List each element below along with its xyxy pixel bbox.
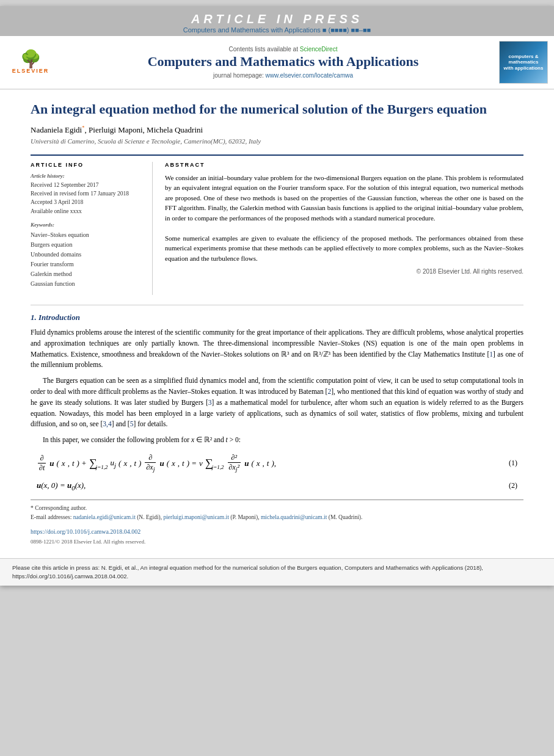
journal-header: 🌳 ELSEVIER Contents lists available at S… — [0, 36, 554, 90]
bottom-notice: Please cite this article in press as: N.… — [0, 558, 554, 586]
homepage-label: journal homepage: — [213, 72, 264, 79]
ref-3-link[interactable]: 3 — [208, 399, 212, 406]
email2-link[interactable]: pierluigi.maponi@unicam.it — [163, 514, 228, 520]
abstract-text-p2: Some numerical examples are given to eva… — [165, 234, 523, 262]
abstract-label: ABSTRACT — [165, 162, 523, 168]
eq1-frac2: ∂ ∂xj — [145, 453, 156, 473]
corresponding-label: * Corresponding author. — [31, 505, 87, 511]
elsevier-brand: ELSEVIER — [12, 68, 49, 74]
keyword-2: Burgers equation — [31, 240, 144, 250]
keyword-3: Unbounded domains — [31, 250, 144, 260]
ref-34-link[interactable]: 3,4 — [103, 420, 111, 427]
online-date: Available online xxxx — [31, 207, 144, 216]
introduction-heading: 1. Introduction — [31, 313, 523, 322]
ref-1-link[interactable]: 1 — [489, 351, 493, 358]
email3-link[interactable]: michela.quadrini@unicam.it — [261, 514, 327, 520]
homepage-url[interactable]: www.elsevier.com/locate/camwa — [266, 72, 353, 79]
article-history: Article history: Received 12 September 2… — [31, 173, 144, 216]
eq1-frac1: ∂ ∂t — [38, 454, 46, 473]
keywords-group: Keywords: Navier–Stokes equation Burgers… — [31, 222, 144, 289]
elsevier-logo: 🌳 ELSEVIER — [6, 44, 67, 81]
article-title: An integral equation method for the nume… — [31, 101, 523, 118]
abstract-text-p1: We consider an initial–boundary value pr… — [165, 173, 523, 264]
article-info-abstract: ARTICLE INFO Article history: Received 1… — [31, 154, 523, 295]
eq1-frac3: ∂² ∂xj² — [228, 453, 241, 473]
ref-5-link[interactable]: 5 — [130, 420, 134, 427]
eq1-content: ∂ ∂t u(x, t) + ∑ j=1,2 uj(x, t) ∂ ∂xj u(… — [37, 453, 493, 473]
email-label: E-mail addresses: — [31, 514, 71, 520]
section-divider — [31, 305, 523, 305]
sciencedirect-link[interactable]: ScienceDirect — [300, 46, 338, 53]
email2-name: (P. Maponi), — [230, 514, 259, 520]
keywords-label: Keywords: — [31, 222, 144, 228]
keyword-4: Fourier transform — [31, 260, 144, 269]
keyword-5: Galerkin method — [31, 269, 144, 279]
authors: Nadaniela Egidi*, Pierluigi Maponi, Mich… — [31, 125, 523, 135]
history-label: Article history: — [31, 173, 144, 179]
footnote-section: * Corresponding author. E-mail addresses… — [31, 500, 523, 522]
eq2-number: (2) — [493, 481, 517, 490]
journal-ref: Computers and Mathematics with Applicati… — [0, 26, 554, 34]
issn-text: 0898-1221/© 2018 Elsevier Ltd. All right… — [31, 539, 145, 545]
intro-paragraph-3: In this paper, we consider the following… — [31, 435, 523, 446]
received-date: Received 12 September 2017 — [31, 181, 144, 189]
contents-line: Contents lists available at ScienceDirec… — [67, 46, 499, 53]
intro-paragraph-1: Fluid dynamics problems arouse the inter… — [31, 327, 523, 371]
main-content: An integral equation method for the nume… — [0, 90, 554, 552]
journal-thumbnail: computers &mathematicswith applications — [499, 41, 548, 84]
accepted-date: Accepted 3 April 2018 — [31, 198, 144, 206]
keyword-6: Gaussian function — [31, 279, 144, 289]
elsevier-logo-img: 🌳 ELSEVIER — [6, 44, 55, 81]
equation-1: ∂ ∂t u(x, t) + ∑ j=1,2 uj(x, t) ∂ ∂xj u(… — [31, 453, 523, 473]
bottom-notice-text: Please cite this article in press as: N.… — [12, 564, 483, 580]
journal-homepage: journal homepage: www.elsevier.com/locat… — [67, 72, 499, 79]
email1-link[interactable]: nadaniela.egidi@unicam.it — [73, 514, 136, 520]
page: ARTICLE IN PRESS Computers and Mathemati… — [0, 6, 554, 586]
elsevier-tree-icon: 🌳 — [20, 51, 42, 68]
aip-title: ARTICLE IN PRESS — [0, 12, 554, 26]
affiliation: Università di Camerino, Scuola di Scienz… — [31, 137, 523, 145]
email1-name: (N. Egidi), — [137, 514, 162, 520]
contents-label: Contents lists available at — [229, 46, 298, 53]
intro-paragraph-2: The Burgers equation can be seen as a si… — [31, 376, 523, 430]
equation-2: u(x, 0) = u0(x), (2) — [31, 481, 523, 492]
article-in-press-banner: ARTICLE IN PRESS Computers and Mathemati… — [0, 6, 554, 36]
journal-info: Contents lists available at ScienceDirec… — [67, 46, 499, 79]
copyright: © 2018 Elsevier Ltd. All rights reserved… — [165, 268, 523, 275]
ref-2-link[interactable]: 2 — [327, 388, 331, 395]
doi-section: https://doi.org/10.1016/j.camwa.2018.04.… — [31, 526, 523, 546]
abstract-column: ABSTRACT We consider an initial–boundary… — [165, 162, 523, 295]
email-addresses: E-mail addresses: nadaniela.egidi@unicam… — [31, 513, 523, 522]
eq2-content: u(x, 0) = u0(x), — [37, 481, 493, 492]
corresponding-author: * Corresponding author. — [31, 504, 523, 512]
journal-title: Computers and Mathematics with Applicati… — [67, 54, 499, 70]
eq1-number: (1) — [493, 459, 517, 468]
email3-name: (M. Quadrini). — [329, 514, 363, 520]
thumb-title: computers &mathematicswith applications — [504, 54, 544, 71]
revised-date: Received in revised form 17 January 2018 — [31, 189, 144, 198]
article-info-column: ARTICLE INFO Article history: Received 1… — [31, 162, 153, 295]
author-names: Nadaniela Egidi*, Pierluigi Maponi, Mich… — [31, 125, 203, 134]
article-info-label: ARTICLE INFO — [31, 162, 144, 168]
doi-link[interactable]: https://doi.org/10.1016/j.camwa.2018.04.… — [31, 528, 140, 535]
keyword-1: Navier–Stokes equation — [31, 230, 144, 240]
